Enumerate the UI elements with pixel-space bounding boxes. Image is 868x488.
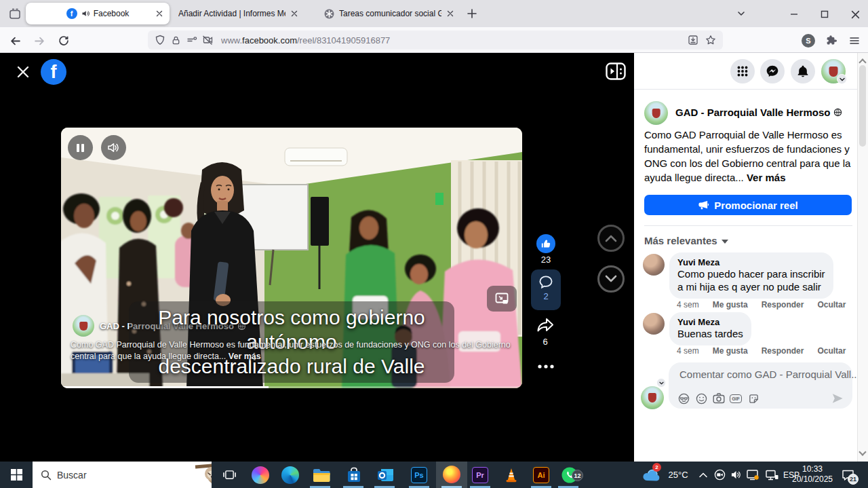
premiere-icon[interactable]: Pr [469, 462, 492, 488]
profile-chevron-icon[interactable] [837, 74, 847, 84]
reply-link[interactable]: Responder [762, 300, 804, 309]
temperature-label[interactable]: 25°C [665, 462, 692, 488]
copilot-icon[interactable] [250, 462, 271, 488]
save-page-icon[interactable] [688, 35, 698, 45]
composer-placeholder[interactable]: Comentar como GAD - Parroquial Vall... [679, 369, 860, 380]
vlc-icon[interactable] [500, 462, 523, 488]
like-button[interactable] [536, 234, 555, 253]
comment-count: 2 [531, 291, 561, 301]
microsoft-store-icon[interactable] [344, 462, 364, 488]
shield-icon[interactable] [155, 35, 165, 45]
see-more-link[interactable]: Ver más [229, 352, 261, 361]
pause-button[interactable] [68, 135, 93, 160]
taskbar-search[interactable]: Buscar [33, 462, 212, 488]
start-button[interactable] [5, 462, 27, 488]
hide-link[interactable]: Ocultar [817, 346, 846, 356]
back-button[interactable] [7, 33, 23, 49]
reload-button[interactable] [56, 33, 72, 49]
menu-hamburger-icon[interactable] [846, 33, 863, 49]
composer-avatar[interactable] [641, 386, 664, 409]
extension-s-icon[interactable]: S [800, 33, 816, 49]
commenter-avatar[interactable] [643, 254, 665, 276]
tab-tareas[interactable]: Tareas comunicador social GAD [324, 0, 454, 27]
comment-text: Buenas tardes [677, 327, 743, 340]
bookmark-star-icon[interactable] [705, 35, 716, 45]
sort-comments-dropdown[interactable]: Más relevantes [644, 235, 728, 246]
new-tab-button[interactable] [465, 7, 479, 20]
comment-author[interactable]: Yuvi Meza [677, 257, 825, 267]
minimize-button[interactable] [784, 7, 804, 21]
divider [634, 89, 857, 90]
firefox-view-icon[interactable] [7, 6, 23, 22]
tab-audio-icon[interactable] [81, 10, 90, 18]
notifications-bell-icon[interactable] [791, 59, 815, 83]
previous-reel-button[interactable] [597, 225, 625, 252]
messenger-icon[interactable] [760, 59, 785, 83]
sticker-icon[interactable] [747, 392, 760, 405]
scrollbar-thumb[interactable] [859, 65, 866, 147]
volume-button[interactable] [101, 135, 126, 160]
reel-video[interactable]: Para nosotros como gobierno autónomo des… [61, 128, 522, 388]
gif-icon[interactable]: GIF [730, 392, 742, 405]
page-name[interactable]: GAD - Parroquial Valle Hermoso [675, 107, 842, 118]
tab-close-icon[interactable] [290, 10, 298, 18]
extensions-puzzle-icon[interactable] [823, 33, 840, 49]
photoshop-icon[interactable]: Ps [408, 462, 431, 488]
close-reel-icon[interactable] [14, 62, 33, 81]
tab-close-icon[interactable] [154, 8, 165, 19]
hide-link[interactable]: Ocultar [817, 300, 846, 309]
outlook-icon[interactable] [375, 462, 395, 488]
autoplay-blocked-icon[interactable] [202, 35, 213, 45]
facebook-logo[interactable]: f [41, 59, 66, 85]
collapse-panel-icon[interactable] [606, 62, 626, 80]
reply-link[interactable]: Responder [762, 346, 804, 356]
page-avatar[interactable] [73, 315, 94, 337]
display-notification-icon[interactable] [745, 462, 761, 488]
url-text[interactable]: www.facebook.com/reel/831041905916877 [221, 35, 688, 45]
close-window-button[interactable] [845, 7, 865, 21]
apps-grid-icon[interactable] [730, 59, 755, 83]
see-more-link[interactable]: Ver más [747, 172, 786, 183]
commenter-avatar[interactable] [643, 313, 665, 335]
taskbar-clock[interactable]: 10:33 20/10/2025 [791, 464, 834, 485]
page-avatar[interactable] [644, 101, 668, 125]
tray-chevron-up-icon[interactable] [696, 462, 711, 488]
tab-facebook[interactable]: f Facebook [26, 3, 170, 24]
picture-in-picture-icon[interactable] [487, 286, 517, 312]
comment-author[interactable]: Yuvi Meza [677, 317, 743, 327]
firefox-icon[interactable] [436, 462, 467, 488]
tab-informes[interactable]: Añadir Actividad | Informes Mensua [178, 0, 314, 27]
comment-button[interactable]: 2 [531, 269, 561, 310]
task-view-icon[interactable] [219, 462, 239, 488]
emoji-smiley-icon[interactable] [695, 392, 707, 405]
send-comment-icon[interactable] [831, 392, 844, 405]
edge-icon[interactable] [280, 462, 300, 488]
divider [644, 225, 852, 226]
illustrator-icon[interactable]: Ai [530, 462, 553, 488]
avatar-sticker-icon[interactable] [677, 392, 690, 405]
composer-avatar-chevron-icon[interactable] [656, 378, 666, 388]
file-explorer-icon[interactable] [311, 462, 332, 488]
share-button[interactable] [536, 316, 555, 334]
next-reel-button[interactable] [597, 265, 625, 293]
video-progress-bar[interactable] [61, 386, 522, 388]
list-tabs-chevron-icon[interactable] [736, 9, 746, 18]
lock-icon[interactable] [171, 35, 181, 45]
forward-button[interactable] [31, 33, 47, 49]
comment-composer[interactable]: Comentar como GAD - Parroquial Vall... G… [669, 362, 852, 409]
like-link[interactable]: Me gusta [713, 346, 748, 356]
more-options-icon[interactable] [537, 364, 555, 369]
camera-icon[interactable] [713, 392, 725, 405]
comment-time[interactable]: 4 sem [677, 300, 699, 309]
whatsapp-badge: 12 [572, 470, 583, 481]
promote-reel-button[interactable]: Promocionar reel [644, 195, 852, 215]
meet-now-icon[interactable] [712, 462, 727, 488]
permissions-icon[interactable] [186, 35, 197, 45]
like-link[interactable]: Me gusta [713, 300, 748, 309]
tab-close-icon[interactable] [446, 10, 454, 18]
comment-time[interactable]: 4 sem [677, 346, 699, 356]
maximize-button[interactable] [814, 7, 835, 21]
volume-tray-icon[interactable] [728, 462, 743, 488]
address-bar[interactable]: www.facebook.com/reel/831041905916877 [148, 31, 723, 50]
network-icon[interactable] [764, 462, 780, 488]
